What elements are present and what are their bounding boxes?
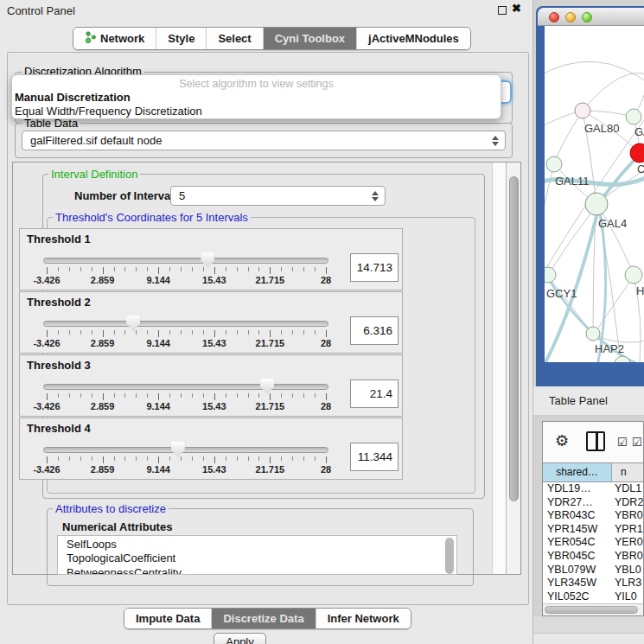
number-of-intervals-combobox[interactable]: 5 (170, 186, 386, 206)
checkbox-icon[interactable]: ☑ (617, 436, 628, 449)
tab-style[interactable]: Style (156, 28, 207, 49)
thresholds-group-label: Threshold's Coordinates for 5 Intervals (53, 211, 251, 224)
network-graph: GAL80 GA C GAL11 GAL4 GCY1 H HAP2 (545, 26, 644, 362)
settings-scroll-panel: Interval Definition Number of Intervals … (12, 162, 521, 575)
cell: YBR0 (612, 550, 643, 564)
node-gcy1[interactable] (545, 267, 556, 283)
close-icon[interactable]: ✖ (512, 2, 521, 15)
column-header-shared-name[interactable]: shared… (543, 463, 612, 481)
table-panel-title: Table Panel (549, 394, 608, 407)
bottom-right-strip (533, 634, 644, 644)
dropdown-option-equal-width[interactable]: Equal Width/Frequency Discretization (12, 104, 501, 118)
panel-title: Control Panel (7, 4, 75, 17)
slider-major-ticks (47, 393, 327, 400)
table-row[interactable]: YBR045CYBR0 (543, 550, 643, 564)
slider-tick-labels: -3.4262.8599.14415.4321.71528 (43, 338, 328, 349)
tab-label: Select (218, 32, 251, 45)
table-row[interactable]: YLR345WYLR3 (543, 577, 643, 590)
cell: YBL0 (612, 564, 643, 577)
threshold-2-slider-track[interactable] (43, 321, 328, 327)
apply-button[interactable]: Apply (214, 633, 266, 644)
table-row[interactable]: YBL079WYBL0 (543, 564, 643, 577)
tab-label: Network (100, 32, 144, 45)
tab-discretize-data[interactable]: Discretize Data (212, 609, 316, 628)
table-row[interactable]: YBR043CYBR0 (543, 509, 643, 523)
threshold-4-slider-track[interactable] (43, 447, 328, 453)
node-gal4[interactable] (585, 193, 608, 215)
node-partial-right[interactable] (625, 266, 642, 284)
list-item[interactable]: SelfLoops (58, 536, 456, 551)
cell: YBR045C (543, 550, 612, 564)
dropdown-option-manual[interactable]: Manual Discretization (12, 90, 501, 104)
table-row[interactable]: YER054CYER0 (543, 536, 643, 550)
tab-select[interactable]: Select (207, 28, 263, 49)
threshold-2-slider-thumb[interactable] (126, 316, 140, 331)
split-columns-icon[interactable] (586, 431, 605, 451)
tab-label: Cyni Toolbox (275, 32, 345, 45)
table-row[interactable]: YIL052CYIL0 (543, 590, 643, 603)
checkbox-icon[interactable]: ☑ (632, 436, 642, 449)
list-item[interactable]: TopologicalCoefficient (58, 551, 456, 565)
table-row[interactable]: YPR145WYPR1 (543, 523, 643, 537)
threshold-1-slider-track[interactable] (43, 258, 328, 264)
tab-cyni-toolbox[interactable]: Cyni Toolbox (264, 28, 357, 49)
vertical-scrollbar[interactable] (506, 163, 520, 574)
table-row[interactable]: YDR27…YDR2 (543, 496, 643, 510)
table-row[interactable]: YDL19…YDL1 (543, 482, 643, 496)
vertical-scrollbar-thumb[interactable] (509, 176, 519, 501)
threshold-1-slider-thumb[interactable] (201, 252, 214, 268)
threshold-2-value-field[interactable]: 6.316 (350, 316, 399, 345)
node-gal80[interactable] (575, 103, 590, 118)
slider-tick-labels: -3.4262.8599.14415.4321.71528 (43, 401, 328, 412)
screen: Control Panel ✖ Network Style Sel (0, 0, 644, 644)
slider-major-ticks (47, 267, 327, 274)
threshold-1-value-field[interactable]: 14.713 (350, 253, 399, 282)
tab-network[interactable]: Network (73, 28, 156, 49)
threshold-1-panel: Threshold 1 -3.4262.8599.14415.4321.7152… (19, 228, 403, 290)
interval-definition-label: Interval Definition (48, 168, 140, 181)
network-view-window: GAL80 GA C GAL11 GAL4 GCY1 H HAP2 (536, 6, 644, 386)
horizontal-scrollbar[interactable] (543, 603, 643, 615)
column-header-name[interactable]: n (612, 463, 643, 481)
float-window-icon[interactable] (498, 6, 507, 15)
network-canvas[interactable]: GAL80 GA C GAL11 GAL4 GCY1 H HAP2 (545, 26, 644, 362)
tab-impute-data[interactable]: Impute Data (124, 609, 212, 628)
number-of-intervals-value: 5 (179, 189, 185, 202)
threshold-3-value-field[interactable]: 21.4 (350, 379, 399, 408)
tick-label: 28 (321, 338, 331, 348)
tick-label: 2.859 (91, 275, 115, 285)
tab-jactivemnodules[interactable]: jActiveMNodules (357, 28, 470, 49)
node-label: GAL4 (598, 217, 627, 230)
cell: YDL1 (612, 482, 643, 496)
list-item[interactable]: BetweennessCentrality (58, 564, 456, 575)
threshold-4-slider-thumb[interactable] (171, 442, 185, 457)
slider-major-ticks (47, 456, 327, 463)
minimize-traffic-light-icon[interactable] (565, 12, 576, 22)
zoom-traffic-light-icon[interactable] (582, 12, 592, 22)
threshold-3-panel: Threshold 3 -3.4262.8599.14415.4321.7152… (19, 354, 403, 417)
tab-infer-network[interactable]: Infer Network (316, 609, 411, 628)
tick-label: 15.43 (202, 464, 226, 475)
stepper-arrows-icon (492, 136, 499, 146)
node-partial-bottom[interactable] (615, 356, 630, 362)
tick-label: -3.426 (33, 338, 60, 348)
horizontal-scrollbar-thumb[interactable] (545, 606, 638, 614)
tick-label: -3.426 (33, 464, 60, 475)
table-data-combobox[interactable]: galFiltered.sif default node (22, 131, 506, 150)
slider-tick-labels: -3.4262.8599.14415.4321.71528 (43, 464, 328, 475)
network-window-titlebar[interactable] (538, 8, 644, 26)
list-scrollbar-thumb[interactable] (445, 538, 454, 574)
gear-icon[interactable]: ⚙ (555, 431, 569, 450)
close-traffic-light-icon[interactable] (549, 12, 559, 22)
tick-label: 2.859 (91, 338, 115, 348)
tab-label: Impute Data (136, 612, 200, 625)
number-of-intervals-label: Number of Intervals (74, 189, 180, 202)
threshold-4-value-field[interactable]: 11.344 (350, 443, 399, 471)
node-hap2[interactable] (586, 327, 600, 341)
node-partial-top[interactable] (626, 109, 641, 124)
cell: YBL079W (543, 564, 612, 577)
tick-label: 15.43 (202, 401, 226, 411)
threshold-3-slider-track[interactable] (43, 384, 328, 390)
threshold-3-slider-thumb[interactable] (260, 379, 274, 394)
node-gal11[interactable] (546, 156, 562, 172)
